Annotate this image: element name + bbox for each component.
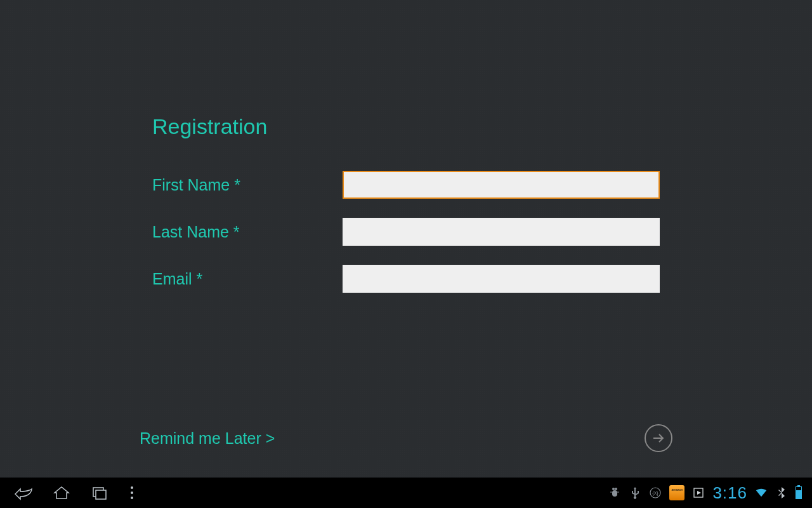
first-name-input[interactable] <box>343 171 660 199</box>
android-debug-icon <box>608 486 621 499</box>
clock: 3:16 <box>712 483 747 503</box>
system-navigation-bar: {X} 3:16 <box>0 478 812 508</box>
play-store-icon <box>692 486 705 499</box>
back-button[interactable] <box>13 482 34 504</box>
last-name-label: Last Name * <box>152 223 343 241</box>
registration-form: Registration First Name * Last Name * Em… <box>152 114 660 312</box>
email-label: Email * <box>152 270 343 288</box>
amazon-appstore-icon <box>669 485 684 500</box>
email-row: Email * <box>152 265 660 293</box>
recent-apps-button[interactable] <box>89 482 110 504</box>
svg-point-4 <box>612 488 615 490</box>
wifi-icon <box>755 486 768 499</box>
remind-later-button[interactable]: Remind me Later > <box>140 429 275 448</box>
battery-icon <box>796 486 802 499</box>
arrow-right-icon <box>651 431 666 446</box>
first-name-label: First Name * <box>152 176 343 194</box>
svg-rect-3 <box>612 490 617 497</box>
page-title: Registration <box>152 114 660 139</box>
nav-left <box>6 482 133 504</box>
menu-button[interactable] <box>127 486 133 499</box>
bluetooth-icon <box>775 486 788 499</box>
home-button[interactable] <box>51 482 72 504</box>
email-input[interactable] <box>343 265 660 293</box>
next-button[interactable] <box>645 424 672 452</box>
notification-icon: {X} <box>649 486 662 499</box>
usb-icon <box>629 486 641 499</box>
svg-marker-11 <box>697 491 701 495</box>
last-name-row: Last Name * <box>152 218 660 246</box>
svg-text:{X}: {X} <box>653 491 659 496</box>
form-footer: Remind me Later > <box>140 424 672 452</box>
svg-point-5 <box>615 488 617 490</box>
nav-right: {X} 3:16 <box>608 483 806 503</box>
registration-screen: Registration First Name * Last Name * Em… <box>0 0 812 478</box>
svg-rect-2 <box>96 490 106 499</box>
first-name-row: First Name * <box>152 171 660 199</box>
last-name-input[interactable] <box>343 218 660 246</box>
